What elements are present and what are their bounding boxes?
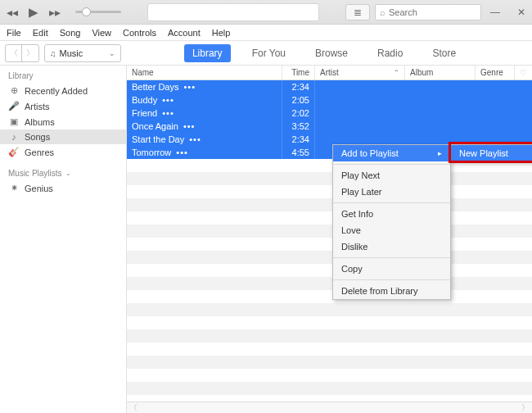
table-row bbox=[127, 264, 532, 277]
ctx-play-next[interactable]: Play Next bbox=[333, 167, 450, 184]
sidebar-item-songs[interactable]: ♪Songs bbox=[0, 129, 126, 144]
minimize-button[interactable]: — bbox=[489, 7, 501, 18]
song-name-cell: Friend••• bbox=[127, 107, 282, 120]
sidebar-item-artists[interactable]: 🎤Artists bbox=[0, 98, 126, 114]
more-icon[interactable]: ••• bbox=[183, 121, 196, 131]
more-icon[interactable]: ••• bbox=[162, 108, 174, 118]
more-icon[interactable]: ••• bbox=[183, 82, 196, 92]
scroll-left-icon[interactable]: 〈 bbox=[127, 402, 140, 414]
sidebar-item-label: Artists bbox=[25, 102, 50, 111]
context-menu: Add to Playlist ▸ Play Next Play Later G… bbox=[332, 144, 451, 300]
album-icon: ▣ bbox=[8, 116, 20, 127]
table-row bbox=[127, 316, 532, 329]
tab-radio[interactable]: Radio bbox=[369, 44, 411, 62]
tab-store[interactable]: Store bbox=[424, 44, 464, 62]
song-name-cell: Once Again••• bbox=[127, 120, 282, 133]
table-row bbox=[127, 369, 532, 382]
menu-controls[interactable]: Controls bbox=[123, 28, 156, 38]
table-row bbox=[127, 356, 532, 369]
sidebar-item-genres[interactable]: 🎸Genres bbox=[0, 144, 126, 160]
table-row bbox=[127, 395, 532, 402]
song-time-cell: 2:34 bbox=[282, 133, 315, 146]
sidebar-item-recently-added[interactable]: ⊕Recently Added bbox=[0, 83, 126, 98]
sidebar-header-playlists[interactable]: Music Playlists ⌄ bbox=[0, 166, 126, 180]
ctx-delete[interactable]: Delete from Library bbox=[333, 283, 450, 299]
sidebar-item-genius[interactable]: ✷Genius bbox=[0, 180, 126, 196]
separator bbox=[333, 257, 450, 258]
sidebar-item-label: Albums bbox=[25, 117, 55, 127]
horizontal-scrollbar[interactable]: 〈 〉 bbox=[127, 402, 532, 413]
column-album[interactable]: Album bbox=[405, 66, 476, 79]
sidebar-header-library: Library bbox=[0, 69, 126, 83]
song-name-cell: Start the Day••• bbox=[127, 133, 282, 146]
more-icon[interactable]: ••• bbox=[176, 148, 188, 157]
menu-help[interactable]: Help bbox=[212, 28, 231, 38]
note-icon: ♪ bbox=[8, 132, 20, 142]
menu-view[interactable]: View bbox=[92, 28, 111, 38]
tab-for-you[interactable]: For You bbox=[244, 44, 294, 62]
next-track-button[interactable]: ▸▸ bbox=[47, 6, 62, 19]
volume-slider[interactable] bbox=[75, 11, 121, 13]
source-select[interactable]: ♫Music ⌄ bbox=[44, 44, 121, 62]
song-time-cell: 2:05 bbox=[282, 93, 315, 107]
column-genre[interactable]: Genre bbox=[476, 66, 515, 79]
prev-track-button[interactable]: ◂◂ bbox=[5, 6, 20, 19]
separator bbox=[333, 164, 450, 165]
heart-icon: ♡ bbox=[520, 68, 527, 77]
submenu-arrow-icon: ▸ bbox=[438, 149, 442, 157]
table-row[interactable]: Friend•••2:02 bbox=[127, 107, 532, 120]
sidebar-item-label: Genres bbox=[25, 148, 54, 157]
search-container[interactable]: ⌕ bbox=[375, 4, 481, 20]
ctx-copy[interactable]: Copy bbox=[333, 261, 450, 277]
up-next-button[interactable]: ≣ bbox=[345, 4, 370, 20]
ctx-new-playlist[interactable]: New Playlist bbox=[451, 145, 532, 161]
column-name[interactable]: Name bbox=[127, 66, 282, 79]
column-artist[interactable]: Artist⌃ bbox=[315, 66, 405, 79]
song-time-cell: 2:34 bbox=[282, 80, 315, 93]
mic-icon: 🎤 bbox=[8, 101, 20, 111]
table-row bbox=[127, 343, 532, 356]
ctx-add-to-playlist[interactable]: Add to Playlist ▸ bbox=[333, 145, 450, 161]
tab-browse[interactable]: Browse bbox=[307, 44, 356, 62]
column-time[interactable]: Time bbox=[282, 66, 315, 79]
table-row bbox=[127, 238, 532, 251]
menu-file[interactable]: File bbox=[7, 28, 21, 38]
sidebar-item-label: Genius bbox=[25, 184, 53, 193]
table-row bbox=[127, 251, 532, 264]
song-time-cell: 3:52 bbox=[282, 120, 315, 133]
sidebar-item-albums[interactable]: ▣Albums bbox=[0, 114, 126, 129]
column-love[interactable]: ♡ bbox=[515, 66, 532, 79]
forward-button[interactable]: 〉 bbox=[22, 45, 38, 61]
scroll-right-icon[interactable]: 〉 bbox=[519, 402, 532, 414]
ctx-dislike[interactable]: Dislike bbox=[333, 238, 450, 255]
genius-icon: ✷ bbox=[8, 183, 20, 193]
ctx-get-info[interactable]: Get Info bbox=[333, 206, 450, 222]
ctx-play-later[interactable]: Play Later bbox=[333, 184, 450, 200]
table-row bbox=[127, 172, 532, 185]
play-button[interactable]: ▶ bbox=[26, 5, 41, 20]
table-row bbox=[127, 185, 532, 198]
table-row bbox=[127, 290, 532, 303]
dropdown-icon: ⌄ bbox=[109, 49, 115, 57]
ctx-love[interactable]: Love bbox=[333, 222, 450, 238]
close-button[interactable]: ✕ bbox=[516, 7, 527, 18]
more-icon[interactable]: ••• bbox=[162, 95, 174, 105]
back-button[interactable]: 〈 bbox=[6, 45, 22, 61]
maximize-button[interactable] bbox=[503, 7, 514, 18]
tab-library[interactable]: Library bbox=[184, 44, 231, 62]
table-row bbox=[127, 211, 532, 225]
menu-edit[interactable]: Edit bbox=[33, 28, 48, 38]
separator bbox=[333, 202, 450, 203]
menu-account[interactable]: Account bbox=[168, 28, 201, 38]
chevron-down-icon: ⌄ bbox=[65, 170, 71, 177]
search-input[interactable] bbox=[389, 7, 502, 17]
menu-song[interactable]: Song bbox=[60, 28, 81, 38]
table-row[interactable]: Better Days•••2:34 bbox=[127, 80, 532, 93]
sort-asc-icon: ⌃ bbox=[394, 69, 399, 76]
sidebar-item-label: Recently Added bbox=[25, 86, 88, 96]
table-row[interactable]: Once Again•••3:52 bbox=[127, 120, 532, 133]
menu-bar: File Edit Song View Controls Account Hel… bbox=[0, 25, 532, 41]
table-row[interactable]: Buddy•••2:05 bbox=[127, 93, 532, 107]
more-icon[interactable]: ••• bbox=[189, 134, 201, 144]
table-row bbox=[127, 225, 532, 238]
